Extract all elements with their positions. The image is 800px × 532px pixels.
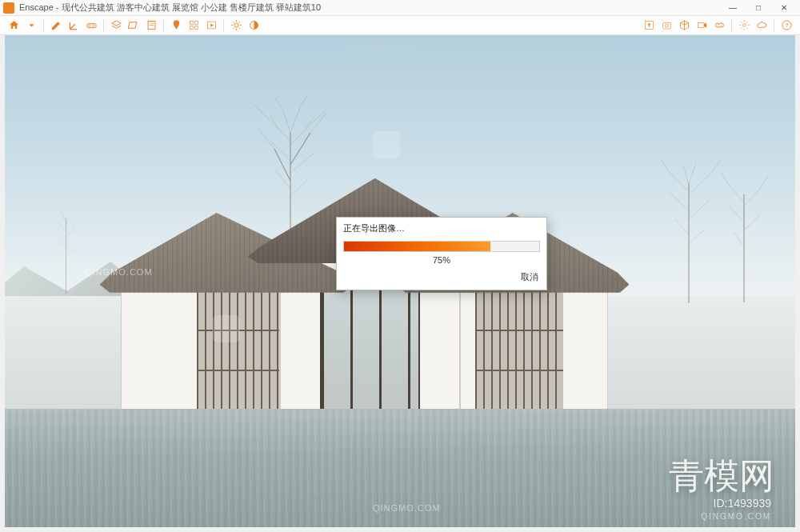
axis-icon[interactable]	[65, 18, 82, 34]
building-wing-right	[460, 285, 608, 412]
export-progress-dialog: 正在导出图像… 75% 取消	[336, 217, 547, 290]
window-title: Enscape - 现代公共建筑 游客中心建筑 展览馆 小公建 售楼厅建筑 驿站…	[19, 2, 720, 14]
watermark-text: QINGMO.COM	[85, 267, 153, 277]
svg-rect-23	[662, 22, 670, 29]
sun-icon[interactable]	[227, 18, 245, 34]
grid-icon[interactable]	[185, 18, 202, 34]
svg-point-2	[92, 25, 94, 27]
progress-fill	[344, 242, 490, 251]
camera-icon[interactable]	[658, 18, 675, 34]
dialog-footer: 取消	[337, 268, 546, 290]
film-icon[interactable]	[693, 18, 710, 34]
minimize-button[interactable]: —	[720, 0, 746, 16]
lattice-screen	[475, 286, 563, 411]
svg-point-12	[234, 23, 238, 27]
building	[100, 173, 630, 438]
svg-line-20	[238, 22, 239, 22]
window-controls: — □ ✕	[720, 0, 797, 16]
title-bar: Enscape - 现代公共建筑 游客中心建筑 展览馆 小公建 售楼厅建筑 驿站…	[0, 0, 800, 16]
svg-line-17	[233, 22, 234, 22]
svg-point-24	[665, 24, 668, 27]
separator	[103, 19, 104, 32]
svg-point-26	[742, 24, 746, 27]
svg-rect-7	[190, 22, 193, 25]
plane-icon[interactable]	[125, 18, 142, 34]
home-icon[interactable]	[5, 18, 22, 34]
enscape-app-icon	[3, 2, 14, 14]
app-name: Enscape	[19, 2, 54, 12]
building-wing-left	[121, 285, 280, 412]
cloud-icon[interactable]	[753, 18, 770, 34]
link-icon[interactable]	[710, 18, 728, 34]
svg-rect-3	[128, 22, 137, 29]
progress-bar	[343, 241, 540, 252]
maximize-button[interactable]: □	[746, 0, 771, 16]
brand-logo: 青模网	[669, 453, 774, 500]
svg-line-19	[233, 28, 234, 29]
document-title: 现代公共建筑 游客中心建筑 展览馆 小公建 售楼厅建筑 驿站建筑10	[62, 2, 322, 12]
pin-icon[interactable]	[167, 18, 185, 34]
layer-icon[interactable]	[107, 18, 125, 34]
lattice-screen	[197, 286, 278, 411]
svg-rect-25	[698, 22, 704, 27]
watermark-text: QINGMO.COM	[349, 43, 417, 53]
bare-tree	[653, 143, 725, 303]
settings-icon[interactable]	[735, 18, 753, 34]
separator	[774, 19, 774, 32]
dialog-title: 正在导出图像…	[337, 218, 546, 238]
play-icon[interactable]	[202, 18, 220, 34]
svg-point-1	[88, 25, 90, 27]
cancel-button[interactable]: 取消	[521, 271, 538, 283]
export-icon[interactable]	[640, 18, 658, 34]
svg-rect-9	[190, 26, 193, 30]
watermark-cube-icon	[213, 315, 240, 342]
watermark-cube-icon	[373, 131, 400, 158]
svg-line-18	[238, 28, 239, 29]
cube-icon[interactable]	[675, 18, 693, 34]
svg-rect-10	[194, 26, 198, 30]
notes-icon[interactable]	[142, 18, 160, 34]
separator	[163, 19, 164, 32]
separator	[731, 19, 732, 32]
toolbar: ?	[0, 16, 800, 35]
bare-tree	[52, 198, 80, 294]
glass-entrance	[320, 277, 420, 411]
monochrome-icon[interactable]	[245, 18, 262, 34]
separator	[223, 19, 224, 32]
brand-subtext: QINGMO.COM	[701, 512, 771, 521]
watermark-text: QINGMO.COM	[373, 503, 441, 513]
dropdown-icon[interactable]	[22, 18, 40, 34]
pencil-icon[interactable]	[47, 18, 65, 34]
help-icon[interactable]: ?	[778, 18, 795, 34]
progress-percent-label: 75%	[337, 254, 546, 268]
model-id-label: ID:1493939	[714, 497, 771, 510]
separator	[43, 19, 44, 32]
close-button[interactable]: ✕	[771, 0, 797, 16]
bare-tree	[716, 158, 772, 302]
svg-rect-8	[194, 22, 198, 25]
svg-text:?: ?	[785, 22, 788, 28]
goggles-icon[interactable]	[82, 18, 100, 34]
